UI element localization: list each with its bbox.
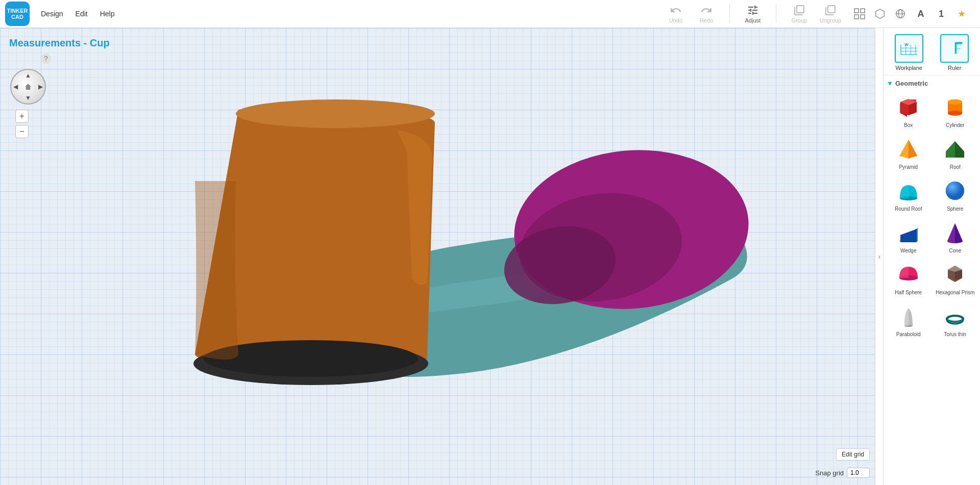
svg-point-56 <box>946 182 964 200</box>
zoom-out-button[interactable]: − <box>15 125 29 138</box>
nav-right-arrow[interactable]: ▶ <box>38 83 43 90</box>
nav-down-arrow[interactable]: ▼ <box>25 94 31 101</box>
undo-label: Undo <box>669 17 682 23</box>
undo-button[interactable]: Undo <box>666 4 686 23</box>
ruler-label: Ruler <box>948 65 961 71</box>
geometric-section: ▼ Geometric <box>884 75 980 343</box>
workplane-tool[interactable]: W Workplane <box>888 34 930 71</box>
group-icon <box>793 4 805 16</box>
group-label: Group <box>792 17 807 23</box>
ruler-icon: mm <box>940 34 969 63</box>
shape-pyramid-label: Pyramid <box>899 164 918 170</box>
snap-grid-label: Snap grid <box>815 469 844 477</box>
shape-box[interactable]: Box <box>887 91 930 130</box>
shape-paraboloid-label: Paraboloid <box>896 331 921 337</box>
shape-sphere[interactable]: Sphere <box>934 175 977 214</box>
number-icon: 1 <box>939 9 944 19</box>
shape-cone[interactable]: Cone <box>934 217 977 256</box>
toolbar-sep-2 <box>776 5 776 23</box>
a-icon: A <box>918 9 924 19</box>
svg-rect-0 <box>854 9 859 13</box>
star-button[interactable]: ★ <box>953 6 970 22</box>
ungroup-button[interactable]: Ungroup <box>820 4 841 23</box>
shape-roof-label: Roof <box>950 164 961 170</box>
shape-roof[interactable]: Roof <box>934 133 977 172</box>
shape-round-roof-label: Round Roof <box>895 206 922 212</box>
help-icon[interactable]: ? <box>41 54 51 64</box>
svg-text:mm: mm <box>956 47 961 50</box>
svg-marker-53 <box>955 141 964 158</box>
shape-cylinder-label: Cylinder <box>946 122 965 128</box>
shape-cone-label: Cone <box>949 248 961 253</box>
shape-cylinder[interactable]: Cylinder <box>934 91 977 130</box>
workplane-svg: W <box>899 39 919 58</box>
edit-grid-button[interactable]: Edit grid <box>836 448 870 461</box>
shape-half-sphere[interactable]: Half Sphere <box>887 259 930 297</box>
svg-point-41 <box>948 111 962 116</box>
shape-pyramid[interactable]: Pyramid <box>887 133 930 172</box>
3d-view-button[interactable] <box>872 6 888 22</box>
wireframe-icon <box>895 8 906 19</box>
canvas-area[interactable]: Measurements - Cup ? ▲ ▼ ◀ ▶ + − Edit gr… <box>0 28 875 485</box>
adjust-icon <box>747 4 759 16</box>
panel-tools: W Workplane <box>884 28 980 75</box>
svg-text:W: W <box>904 42 909 47</box>
panel-collapse-arrow[interactable]: › <box>875 28 883 485</box>
svg-marker-67 <box>955 223 963 243</box>
shape-wedge[interactable]: Wedge <box>887 217 930 256</box>
nav-up-arrow[interactable]: ▲ <box>25 72 31 79</box>
right-panel: W Workplane <box>883 28 980 485</box>
nav-home-icon <box>25 84 31 90</box>
measurements-title: Measurements - Cup <box>9 37 110 49</box>
shape-paraboloid[interactable]: Paraboloid <box>887 300 930 339</box>
shape-round-roof[interactable]: Round Roof <box>887 175 930 214</box>
shape-torus-thin-label: Torus thin <box>944 331 966 337</box>
workplane-icon: W <box>895 34 923 63</box>
svg-marker-66 <box>947 223 955 243</box>
redo-button[interactable]: Redo <box>696 4 717 23</box>
toolbar-sep-1 <box>729 5 730 23</box>
shape-box-label: Box <box>904 122 913 128</box>
zoom-controls: + − <box>15 110 29 138</box>
number-button[interactable]: 1 <box>933 6 949 22</box>
group-button[interactable]: Group <box>789 4 810 23</box>
app-logo[interactable]: TINKERCAD <box>5 2 30 26</box>
3d-scene <box>0 28 875 485</box>
ruler-tool[interactable]: mm Ruler <box>934 34 976 71</box>
ruler-svg: mm <box>944 39 965 58</box>
toolbar-actions: Undo Redo Adjust Group <box>666 4 841 23</box>
main-content: Measurements - Cup ? ▲ ▼ ◀ ▶ + − Edit gr… <box>0 28 980 485</box>
redo-label: Redo <box>700 17 713 23</box>
grid-view-button[interactable] <box>851 6 868 22</box>
nav-cube[interactable]: ▲ ▼ ◀ ▶ <box>10 69 46 105</box>
adjust-button[interactable]: Adjust <box>743 4 763 23</box>
text-button[interactable]: A <box>913 6 929 22</box>
svg-point-11 <box>236 99 435 128</box>
geometric-triangle-icon: ▼ <box>887 80 893 87</box>
menu-design[interactable]: Design <box>35 7 69 21</box>
svg-rect-2 <box>854 15 859 19</box>
svg-point-42 <box>948 99 962 105</box>
shape-torus-thin[interactable]: Torus thin <box>934 300 977 339</box>
snap-grid-select[interactable]: 1.0 0.5 2.0 5.0 <box>847 468 870 478</box>
shape-hexagonal-prism[interactable]: Hexagonal Prism <box>934 259 977 297</box>
nav-left-arrow[interactable]: ◀ <box>13 83 18 90</box>
geometric-section-title[interactable]: ▼ Geometric <box>887 80 977 87</box>
svg-marker-52 <box>946 141 955 158</box>
shapes-grid: Box Cylinder <box>887 91 977 339</box>
menu-help[interactable]: Help <box>94 7 121 21</box>
adjust-label: Adjust <box>745 17 761 23</box>
star-icon: ★ <box>958 8 966 19</box>
svg-rect-1 <box>861 9 865 13</box>
right-icons: A 1 ★ <box>851 6 970 22</box>
topbar: TINKERCAD Design Edit Help Undo Redo Adj… <box>0 0 980 28</box>
shape-wedge-label: Wedge <box>900 248 917 253</box>
geometric-label: Geometric <box>895 80 928 87</box>
snap-grid-row: Snap grid 1.0 0.5 2.0 5.0 <box>815 468 870 478</box>
menu-edit[interactable]: Edit <box>69 7 94 21</box>
zoom-in-button[interactable]: + <box>15 110 29 123</box>
wireframe-button[interactable] <box>892 6 909 22</box>
redo-icon <box>700 4 713 16</box>
svg-marker-47 <box>909 140 917 159</box>
workplane-label: Workplane <box>896 65 922 71</box>
